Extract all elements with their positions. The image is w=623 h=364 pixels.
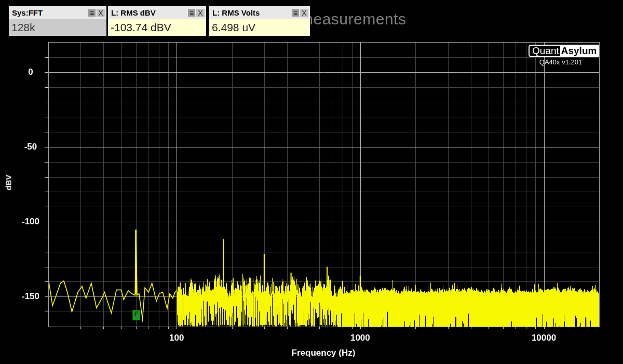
panel-rms-dbv: L: RMS dBV ≡ X -103.74 dBV: [108, 6, 206, 36]
fundamental-marker[interactable]: F: [132, 310, 140, 320]
close-icon[interactable]: X: [196, 9, 205, 17]
panel-header[interactable]: L: RMS dBV ≡ X: [108, 6, 206, 19]
y-tick-label: 0: [12, 67, 49, 77]
y-axis-title: dBV: [4, 167, 13, 198]
menu-icon[interactable]: ≡: [292, 9, 299, 17]
version-label: QA40x v1.201: [529, 58, 593, 66]
panel-sys-fft: Sys:FFT ≡ X 128k: [9, 6, 106, 36]
y-tick-label: -150: [12, 291, 49, 302]
x-tick-label: 1000: [340, 333, 381, 343]
y-tick-label: -100: [12, 217, 49, 227]
panel-value: 128k: [9, 19, 106, 36]
panel-title: Sys:FFT: [12, 8, 88, 17]
close-icon[interactable]: X: [300, 9, 308, 17]
qa40x-window: measurements Sys:FFT ≡ X 128k L: RMS dBV…: [0, 0, 623, 364]
panel-header[interactable]: Sys:FFT ≡ X: [9, 6, 106, 19]
panel-rms-volts: L: RMS Volts ≡ X 6.498 uV: [209, 6, 310, 36]
watermark-text: measurements: [300, 10, 406, 28]
menu-icon[interactable]: ≡: [88, 9, 96, 17]
quantasylum-logo: QuantAsylum: [529, 45, 599, 57]
y-tick-label: -50: [12, 142, 49, 152]
logo-quant: Quant: [529, 45, 560, 57]
panel-title: L: RMS Volts: [212, 8, 292, 17]
x-tick-label: 100: [156, 333, 197, 343]
menu-icon[interactable]: ≡: [188, 9, 195, 17]
panel-header[interactable]: L: RMS Volts ≡ X: [209, 6, 310, 19]
close-icon[interactable]: X: [97, 9, 105, 17]
panel-value: -103.74 dBV: [108, 19, 206, 36]
x-axis-title: Frequency (Hz): [256, 348, 391, 358]
panel-title: L: RMS dBV: [111, 8, 188, 17]
logo-asylum: Asylum: [560, 45, 600, 57]
panel-value: 6.498 uV: [209, 19, 310, 36]
x-tick-label: 10000: [523, 333, 565, 343]
